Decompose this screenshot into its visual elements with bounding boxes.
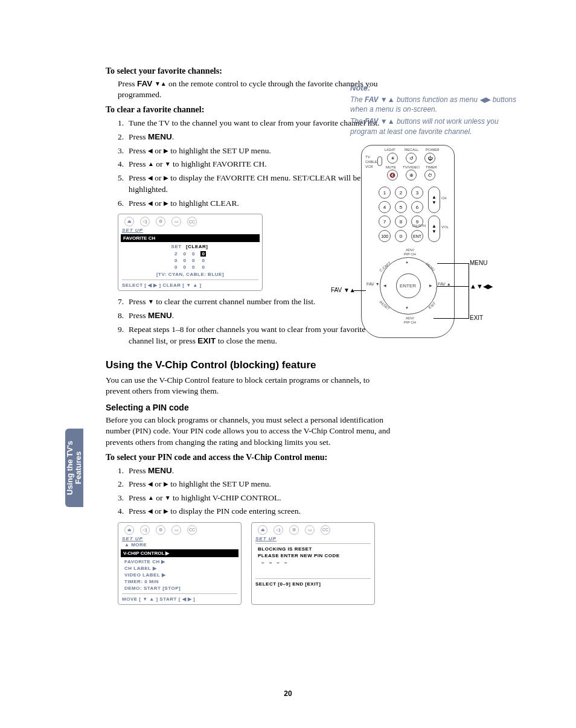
step: 5.Press ◀ or ▶ to display the FAVORITE C… [118, 172, 392, 196]
side-column: Note: The FAV ▼▲ buttons function as men… [350, 83, 522, 139]
step: 9.Repeat steps 1–8 for other channels yo… [118, 324, 392, 347]
section-vchip-title: Using the V-Chip Control (blocking) feat… [106, 359, 392, 371]
osd-pair: ⏏◁)⚙▭CC SET UP ▲ MORE V-CHIP CONTROL ▶ F… [118, 522, 392, 605]
page-number: 20 [0, 689, 576, 698]
subsection-pin: Selecting a PIN code [106, 403, 392, 412]
heading-clear-fav: To clear a favorite channel: [106, 105, 392, 115]
osd-pin-entry: ⏏◁)⚙▭CC SET UP BLOCKING IS RESET PLEASE … [251, 522, 375, 605]
osd-vchip-menu: ⏏◁)⚙▭CC SET UP ▲ MORE V-CHIP CONTROL ▶ F… [118, 522, 242, 605]
steps-pin: 1.Press MENU. 2.Press ◀ or ▶ to highligh… [106, 465, 392, 517]
callout-menu: MENU [470, 260, 487, 266]
para-select-fav: Press FAV ▼▲ on the remote control to cy… [106, 78, 392, 100]
section-tab-label: Using the TV's Features [66, 429, 83, 507]
step: 2.Press ◀ or ▶ to highlight the SET UP m… [118, 478, 392, 490]
step: 7.Press ▼ to clear the current channel n… [118, 296, 392, 308]
steps-clear-1-6: 1.Tune the TV to the channel you want to… [106, 117, 392, 209]
main-column: To select your favorite channels: Press … [106, 66, 392, 610]
steps-clear-7-9: 7.Press ▼ to clear the current channel n… [106, 296, 392, 346]
section-tab: Using the TV's Features [65, 429, 83, 507]
callout-exit: EXIT [470, 315, 483, 321]
osd-top-icons: ⏏◁)⚙▭CC [122, 217, 258, 226]
step: 1.Press MENU. [118, 465, 392, 477]
note-heading: Note: [350, 83, 522, 92]
callout-fav: FAV ▼▲ [331, 287, 356, 293]
step: 3.Press ▲ or ▼ to highlight V-CHIP CONTR… [118, 492, 392, 504]
para-vchip-intro: You can use the V-Chip Control feature t… [106, 375, 392, 397]
para-pin: Before you can block programs or channel… [106, 415, 392, 448]
step: 3.Press ◀ or ▶ to highlight the SET UP m… [118, 145, 392, 157]
step: 8.Press MENU. [118, 310, 392, 322]
remote-illustration: LIGHT RECALL POWER ☀ ↺ ⏻ TV CABLE VCR MU… [361, 145, 455, 338]
heading-pin-steps: To select your PIN code and access the V… [106, 453, 392, 462]
step: 6.Press ◀ or ▶ to highlight CLEAR. [118, 197, 392, 209]
step: 4.Press ▲ or ▼ to highlight FAVORITE CH. [118, 158, 392, 170]
step: 4.Press ◀ or ▶ to display the PIN code e… [118, 505, 392, 517]
note-1: The FAV ▼▲ buttons function as menu ◀▶ b… [350, 95, 522, 114]
heading-select-fav: To select your favorite channels: [106, 66, 392, 76]
osd-favorite-ch: ⏏◁)⚙▭CC SET UP FAVORITE CH SET [CLEAR] 2… [118, 214, 263, 291]
note-2: The FAV ▼▲ buttons will not work unless … [350, 117, 522, 136]
callout-arrows: ▲▼◀▶ [470, 283, 493, 290]
